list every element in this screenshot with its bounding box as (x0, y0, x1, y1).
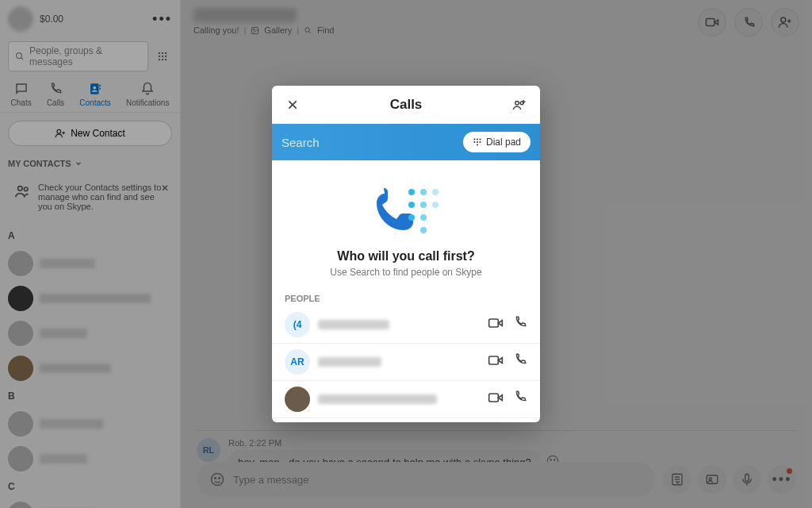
video-call-icon[interactable] (488, 352, 504, 371)
svg-point-44 (515, 102, 519, 106)
audio-call-icon[interactable] (513, 352, 527, 371)
phone-dial-illustration (362, 178, 450, 241)
dialpad-label: Dial pad (486, 137, 521, 148)
svg-point-61 (408, 214, 415, 221)
svg-point-62 (420, 214, 427, 221)
hero-title: Who will you call first? (337, 249, 474, 264)
svg-rect-66 (489, 356, 499, 364)
svg-point-63 (420, 227, 427, 233)
person-avatar: AR (285, 349, 310, 375)
dialpad-icon (473, 137, 482, 147)
svg-point-50 (479, 139, 481, 140)
svg-point-48 (473, 139, 475, 140)
svg-rect-64 (489, 319, 499, 327)
calls-modal: Calls Dial pad Who will you call first? (272, 86, 540, 422)
modal-overlay[interactable]: Calls Dial pad Who will you call first? (0, 0, 812, 508)
video-call-icon[interactable] (488, 315, 504, 334)
close-icon[interactable] (285, 97, 301, 113)
person-row[interactable] (272, 418, 540, 422)
dialpad-button[interactable]: Dial pad (463, 132, 530, 152)
svg-point-58 (408, 202, 415, 208)
person-row[interactable]: AR (272, 344, 540, 381)
svg-point-55 (408, 189, 415, 195)
svg-point-52 (477, 141, 478, 143)
svg-point-56 (420, 189, 427, 195)
person-avatar (285, 387, 310, 412)
audio-call-icon[interactable] (513, 315, 527, 334)
people-section-label: PEOPLE (272, 289, 540, 306)
svg-point-53 (479, 141, 481, 143)
person-row[interactable] (272, 381, 540, 418)
svg-rect-68 (489, 394, 499, 402)
svg-point-51 (473, 141, 475, 143)
modal-search-strip: Dial pad (272, 124, 540, 160)
modal-search-input[interactable] (282, 136, 457, 149)
audio-call-icon[interactable] (513, 390, 527, 409)
person-row[interactable]: (4 (272, 306, 540, 344)
svg-point-49 (477, 139, 478, 140)
new-group-call-icon[interactable] (511, 97, 527, 113)
svg-point-60 (432, 202, 439, 208)
modal-title: Calls (390, 97, 423, 113)
svg-point-59 (420, 202, 427, 208)
svg-point-57 (432, 189, 439, 195)
modal-hero: Who will you call first? Use Search to f… (272, 160, 540, 289)
person-avatar: (4 (285, 312, 310, 337)
video-call-icon[interactable] (488, 390, 504, 409)
svg-point-54 (477, 144, 478, 146)
hero-subtitle: Use Search to find people on Skype (330, 267, 481, 278)
